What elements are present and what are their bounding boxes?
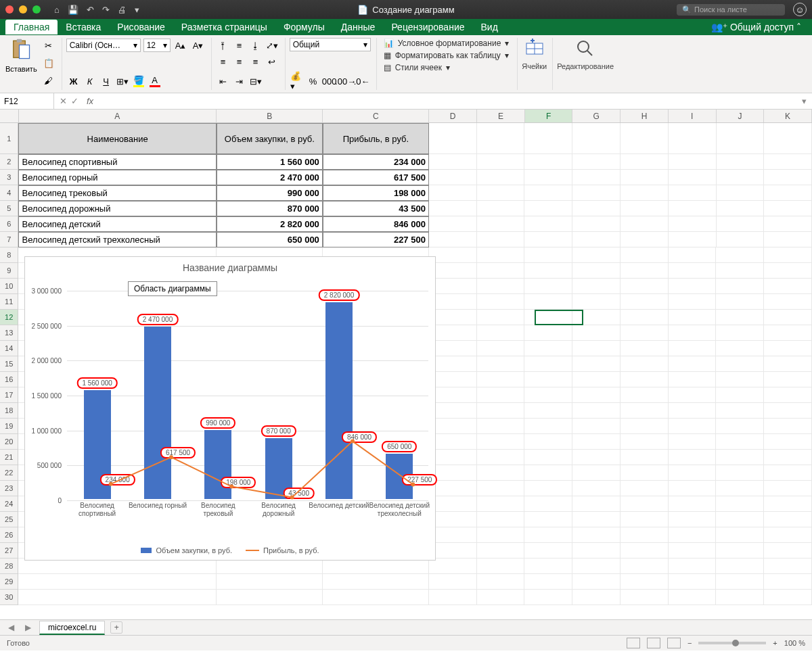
cell[interactable] xyxy=(764,496,812,512)
cell[interactable] xyxy=(572,543,621,559)
row-header[interactable]: 25 xyxy=(0,512,18,527)
cell[interactable] xyxy=(621,450,669,465)
row-header[interactable]: 28 xyxy=(0,559,18,574)
cell[interactable] xyxy=(764,325,812,341)
cell[interactable] xyxy=(429,263,477,279)
sheet-tab[interactable]: microexcel.ru xyxy=(39,621,105,635)
cell[interactable] xyxy=(323,559,429,574)
cell[interactable] xyxy=(524,481,572,496)
cell[interactable] xyxy=(764,356,812,372)
name-box[interactable]: F12 xyxy=(0,93,54,109)
cell[interactable] xyxy=(621,247,669,263)
cell[interactable] xyxy=(524,170,572,185)
cell[interactable]: Наименование xyxy=(18,123,216,154)
cell[interactable] xyxy=(716,527,764,543)
cell[interactable] xyxy=(429,403,477,419)
cell[interactable]: 198 000 xyxy=(323,185,429,201)
col-header-J[interactable]: J xyxy=(717,110,765,122)
cell[interactable] xyxy=(669,372,717,387)
format-as-table-button[interactable]: ▦Форматировать как таблицу▾ xyxy=(381,50,512,61)
cell[interactable] xyxy=(524,450,572,465)
col-header-E[interactable]: E xyxy=(477,110,525,122)
search-input[interactable]: 🔍 Поиск на листе xyxy=(677,4,785,16)
orientation-icon[interactable]: ⤢▾ xyxy=(265,38,279,53)
cell[interactable] xyxy=(717,185,765,201)
row-header[interactable]: 16 xyxy=(0,372,18,387)
col-header-B[interactable]: B xyxy=(217,110,323,122)
decrease-indent-icon[interactable]: ⇤ xyxy=(216,74,231,89)
align-top-icon[interactable]: ⭱ xyxy=(216,38,231,53)
cell[interactable] xyxy=(429,294,477,310)
cell[interactable] xyxy=(764,372,812,387)
page-layout-view-icon[interactable] xyxy=(647,638,660,648)
cell[interactable]: 2 470 000 xyxy=(217,170,323,185)
cell[interactable]: 990 000 xyxy=(217,185,323,201)
merge-cells-icon[interactable]: ⊟▾ xyxy=(248,74,263,89)
cell[interactable] xyxy=(764,310,812,325)
cell[interactable] xyxy=(572,512,621,527)
tab-formulas[interactable]: Формулы xyxy=(275,20,333,34)
cell[interactable] xyxy=(524,356,572,372)
row-header[interactable]: 7 xyxy=(0,232,18,247)
align-middle-icon[interactable]: ≡ xyxy=(232,38,247,53)
cell[interactable] xyxy=(621,356,669,372)
zoom-value[interactable]: 100 % xyxy=(784,639,805,647)
cell[interactable] xyxy=(764,294,812,310)
cell[interactable] xyxy=(764,341,812,356)
cell[interactable] xyxy=(621,325,669,341)
row-header[interactable]: 10 xyxy=(0,279,18,294)
cell[interactable] xyxy=(429,123,477,154)
home-icon[interactable]: ⌂ xyxy=(54,5,60,15)
cell[interactable] xyxy=(524,434,572,450)
cell[interactable] xyxy=(669,543,717,559)
align-right-icon[interactable]: ≡ xyxy=(248,54,263,69)
cell[interactable] xyxy=(621,403,669,419)
decrease-font-icon[interactable]: A▾ xyxy=(191,38,206,53)
cell[interactable] xyxy=(477,185,525,201)
row-header[interactable]: 1 xyxy=(0,123,18,154)
cell[interactable] xyxy=(477,512,525,527)
cell[interactable] xyxy=(621,372,669,387)
align-center-icon[interactable]: ≡ xyxy=(232,54,247,69)
cell[interactable] xyxy=(477,590,525,605)
row-header[interactable]: 13 xyxy=(0,325,18,341)
cell[interactable] xyxy=(669,123,717,154)
cell[interactable] xyxy=(717,216,765,232)
cell[interactable] xyxy=(572,310,621,325)
cell[interactable] xyxy=(669,450,717,465)
cell[interactable] xyxy=(764,527,812,543)
cell[interactable] xyxy=(429,356,477,372)
tab-view[interactable]: Вид xyxy=(473,20,506,34)
cell[interactable] xyxy=(669,559,717,574)
cell[interactable] xyxy=(429,232,477,247)
cell[interactable] xyxy=(477,419,525,434)
cell[interactable] xyxy=(477,341,525,356)
cell[interactable] xyxy=(429,512,477,527)
cell[interactable] xyxy=(669,434,717,450)
fill-color-button[interactable]: 🪣 xyxy=(131,74,146,89)
cell[interactable] xyxy=(621,559,669,574)
cell[interactable] xyxy=(621,170,669,185)
cell[interactable] xyxy=(621,232,669,247)
cell[interactable] xyxy=(716,372,764,387)
cell[interactable] xyxy=(764,123,812,154)
cell[interactable] xyxy=(572,341,621,356)
row-header[interactable]: 24 xyxy=(0,496,18,512)
cell[interactable] xyxy=(621,419,669,434)
cell[interactable] xyxy=(572,216,621,232)
cell[interactable] xyxy=(524,341,572,356)
cell[interactable]: 43 500 xyxy=(323,201,429,216)
cell[interactable] xyxy=(572,496,621,512)
font-size-select[interactable]: 12▾ xyxy=(143,39,171,52)
cell[interactable] xyxy=(429,310,477,325)
cell[interactable] xyxy=(477,310,525,325)
bold-button[interactable]: Ж xyxy=(66,74,81,89)
cell[interactable] xyxy=(669,341,717,356)
cell[interactable] xyxy=(18,574,216,590)
cell[interactable] xyxy=(669,294,717,310)
cell[interactable] xyxy=(669,263,717,279)
cell[interactable] xyxy=(621,216,669,232)
cell[interactable] xyxy=(429,154,477,170)
cell[interactable] xyxy=(429,419,477,434)
cell[interactable] xyxy=(429,527,477,543)
